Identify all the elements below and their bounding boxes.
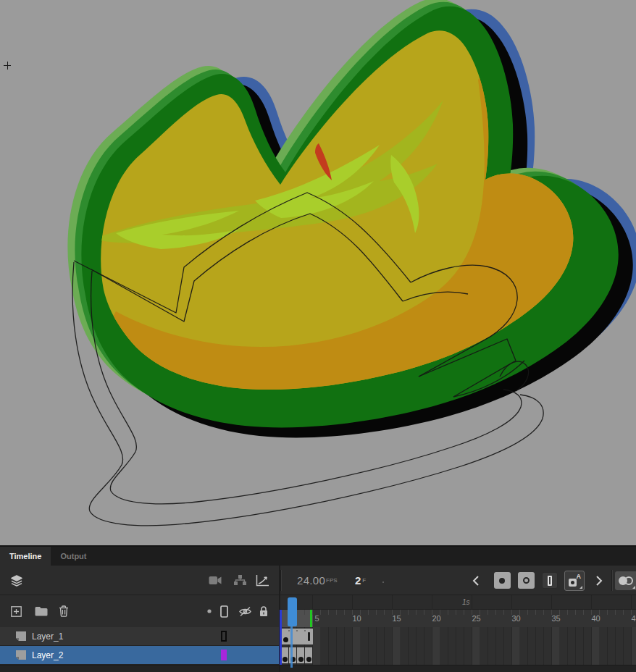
seconds-label: 1s <box>462 598 470 606</box>
ruler-frame-number: 10 <box>348 614 366 623</box>
camera-icon[interactable] <box>207 566 223 595</box>
auto-keyframe-badge: A <box>577 573 582 580</box>
fps-value[interactable]: 24.00 <box>297 574 325 587</box>
keyframe-cell[interactable] <box>297 647 304 663</box>
crosshair-icon <box>4 62 11 70</box>
layer-page-icon <box>15 650 27 663</box>
keyframe-cell[interactable] <box>305 647 312 663</box>
ruler-seconds-row: 1s <box>279 595 636 610</box>
tab-output[interactable]: Output <box>51 547 96 566</box>
previous-keyframe-button[interactable] <box>469 566 482 595</box>
insert-keyframe-button[interactable] <box>493 566 511 595</box>
ruler-frame-number: 20 <box>428 614 445 623</box>
tab-timeline[interactable]: Timeline <box>0 547 51 566</box>
layer1-outline-swatch[interactable] <box>221 631 227 642</box>
onion-start-marker[interactable] <box>280 610 282 665</box>
layer2-frames[interactable] <box>279 646 636 665</box>
ruler-frame-number: 45 <box>627 614 636 623</box>
ruler-frame-number: 40 <box>587 614 605 623</box>
stage-canvas[interactable] <box>0 0 636 545</box>
ruler-frame-number: 15 <box>388 614 406 623</box>
timeline-toolbar: 24.00FPS 2F A <box>0 566 636 595</box>
lock-icon[interactable] <box>256 595 271 627</box>
ruler-frame-number: 30 <box>508 614 525 623</box>
ruler-frame-number: 25 <box>468 614 485 623</box>
panel-tab-bar: Timeline Output <box>0 547 636 566</box>
keyframe-cell[interactable] <box>281 647 288 663</box>
fps-control[interactable]: 24.00FPS <box>297 566 348 595</box>
onion-outline-circle-icon <box>624 576 633 585</box>
animate-app-window: Timeline Output 24.00FPS <box>0 0 636 672</box>
new-folder-button[interactable] <box>33 595 49 627</box>
ruler-frame-numbers-row[interactable]: 51015202530354045 <box>279 610 636 627</box>
layer-name[interactable]: Layer_1 <box>32 631 63 642</box>
insert-blank-keyframe-button[interactable] <box>517 566 535 595</box>
toolbar-divider <box>280 570 282 591</box>
onion-end-marker[interactable] <box>310 610 312 627</box>
layer-rows: Layer_1 Layer_2 <box>0 627 636 665</box>
delete-layer-button[interactable] <box>57 595 71 627</box>
layer-page-icon <box>15 631 27 644</box>
toolbar-divider-2 <box>611 570 613 591</box>
layer-controls-bar <box>0 595 279 627</box>
insert-frame-button[interactable] <box>541 566 558 595</box>
layer1-frame-span[interactable] <box>281 629 313 644</box>
onion-skin-button[interactable] <box>615 566 636 595</box>
layer2-color-swatch[interactable] <box>221 650 227 660</box>
current-frame-control[interactable]: 2F <box>355 566 381 595</box>
frame-menu-dot <box>382 581 384 583</box>
layer-name[interactable]: Layer_2 <box>32 650 63 660</box>
ruler-frame-ticks <box>279 610 636 615</box>
add-layer-button[interactable] <box>9 595 23 627</box>
current-frame-value[interactable]: 2 <box>355 574 361 587</box>
next-keyframe-button[interactable] <box>593 566 606 595</box>
panel-bottom-strip <box>0 665 636 672</box>
frame-unit-label: F <box>362 577 366 584</box>
layer-row-1[interactable]: Layer_1 <box>0 627 636 646</box>
playhead-handle[interactable] <box>288 597 297 626</box>
highlight-dot-icon[interactable] <box>205 595 214 627</box>
layers-stack-icon[interactable] <box>9 566 25 595</box>
layer1-frames[interactable] <box>279 627 636 646</box>
auto-keyframe-button[interactable]: A <box>564 566 585 595</box>
ruler-frame-number: 35 <box>548 614 565 623</box>
graph-editor-icon[interactable] <box>254 566 271 595</box>
layer-row-2[interactable]: Layer_2 <box>0 646 636 665</box>
fps-unit-label: FPS <box>326 577 338 584</box>
outline-column-icon[interactable] <box>219 595 229 627</box>
timeline-panel: Timeline Output 24.00FPS <box>0 545 636 672</box>
hide-eye-icon[interactable] <box>237 595 253 627</box>
timeline-ruler[interactable]: 1s 51015202530354045 <box>279 595 636 627</box>
node-hierarchy-icon[interactable] <box>232 566 248 595</box>
crown-artwork <box>0 0 636 545</box>
